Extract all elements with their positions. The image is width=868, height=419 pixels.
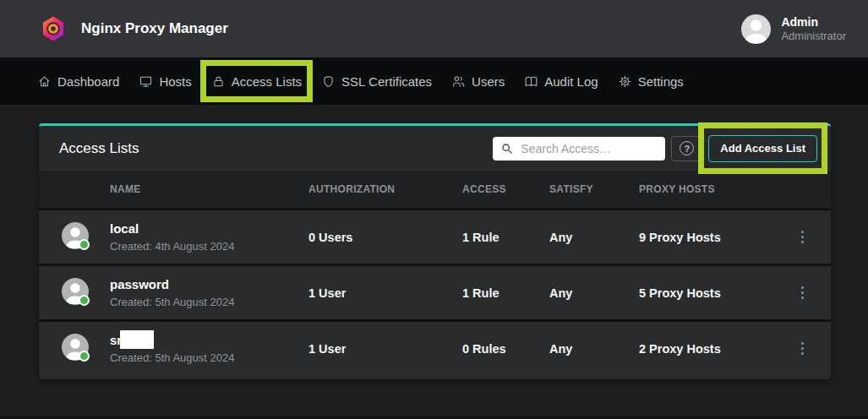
status-online-dot xyxy=(79,295,90,306)
user-menu[interactable]: Admin Administrator xyxy=(741,14,846,44)
access-list-name: local xyxy=(110,221,308,237)
nav-label: Dashboard xyxy=(57,74,119,89)
authorization-value: 0 Users xyxy=(308,231,462,244)
column-header-authorization: AUTHORIZATION xyxy=(308,183,462,195)
access-list-name: password xyxy=(110,277,308,292)
nav-item-audit-log[interactable]: Audit Log xyxy=(524,74,598,89)
column-header-access: ACCESS xyxy=(462,183,549,195)
created-date: Created: 5th August 2024 xyxy=(110,296,308,308)
nav-item-ssl-certificates[interactable]: SSL Certificates xyxy=(321,74,432,89)
proxy-hosts-value: 5 Proxy Hosts xyxy=(639,286,783,300)
nav-item-dashboard[interactable]: Dashboard xyxy=(37,74,119,89)
column-header-satisfy: SATISFY xyxy=(549,183,639,195)
user-name: Admin xyxy=(781,15,846,30)
row-menu-button[interactable] xyxy=(798,283,808,303)
gear-icon xyxy=(618,74,632,89)
search-box xyxy=(493,137,665,161)
row-menu-button[interactable] xyxy=(798,227,808,248)
access-value: 0 Rules xyxy=(462,342,549,356)
redaction-box xyxy=(120,330,154,349)
table-row[interactable]: password Created: 5th August 2024 1 User… xyxy=(39,264,831,319)
created-date: Created: 5th August 2024 xyxy=(110,351,308,364)
search-icon xyxy=(500,142,514,155)
monitor-icon xyxy=(139,74,153,89)
access-value: 1 Rule xyxy=(462,286,549,300)
nav-label: Hosts xyxy=(159,74,191,89)
authorization-value: 1 User xyxy=(308,342,462,356)
app-logo-icon xyxy=(41,15,66,42)
nav-item-users[interactable]: Users xyxy=(451,74,505,89)
status-online-dot xyxy=(79,351,90,362)
created-date: Created: 4th August 2024 xyxy=(110,240,308,253)
access-lists-panel: Access Lists ? Add Access List NAME AUTH… xyxy=(39,123,831,379)
app-header: Nginx Proxy Manager Admin Administrator xyxy=(0,0,868,57)
satisfy-value: Any xyxy=(549,342,639,356)
app-title: Nginx Proxy Manager xyxy=(81,20,228,37)
search-input[interactable] xyxy=(493,137,665,161)
authorization-value: 1 User xyxy=(308,286,462,300)
nav-label: Users xyxy=(472,74,505,89)
column-header-name: NAME xyxy=(110,183,308,195)
status-online-dot xyxy=(79,239,90,250)
proxy-hosts-value: 2 Proxy Hosts xyxy=(639,342,783,356)
users-icon xyxy=(451,74,466,89)
book-icon xyxy=(524,74,538,89)
table-header-row: NAME AUTHORIZATION ACCESS SATISFY PROXY … xyxy=(39,171,831,208)
user-role: Administrator xyxy=(781,30,846,43)
table-row[interactable]: local Created: 4th August 2024 0 Users 1… xyxy=(39,208,831,264)
nav-item-access-lists[interactable]: Access Lists xyxy=(211,74,302,89)
table-row[interactable]: sn Created: 5th August 2024 1 User 0 Rul… xyxy=(39,319,831,375)
satisfy-value: Any xyxy=(549,286,639,300)
lock-icon xyxy=(211,74,226,89)
column-header-proxy-hosts: PROXY HOSTS xyxy=(639,183,783,195)
row-menu-button[interactable] xyxy=(798,339,808,359)
home-icon xyxy=(37,74,52,89)
main-nav: Dashboard Hosts Access Lists SSL Certifi… xyxy=(0,57,868,105)
proxy-hosts-value: 9 Proxy Hosts xyxy=(639,231,783,244)
nav-label: Settings xyxy=(638,74,684,89)
nav-label: Access Lists xyxy=(232,74,302,89)
shield-icon xyxy=(321,74,336,89)
nav-item-hosts[interactable]: Hosts xyxy=(139,74,191,89)
question-mark-icon: ? xyxy=(680,141,694,155)
page-title: Access Lists xyxy=(59,140,139,157)
panel-header: Access Lists ? Add Access List xyxy=(39,126,831,171)
nav-label: SSL Certificates xyxy=(341,74,432,89)
help-button[interactable]: ? xyxy=(671,136,702,161)
access-value: 1 Rule xyxy=(462,231,549,244)
user-avatar xyxy=(741,14,771,44)
satisfy-value: Any xyxy=(549,231,639,244)
nav-label: Audit Log xyxy=(544,74,598,89)
add-access-list-button[interactable]: Add Access List xyxy=(708,135,817,162)
nav-item-settings[interactable]: Settings xyxy=(618,74,684,89)
